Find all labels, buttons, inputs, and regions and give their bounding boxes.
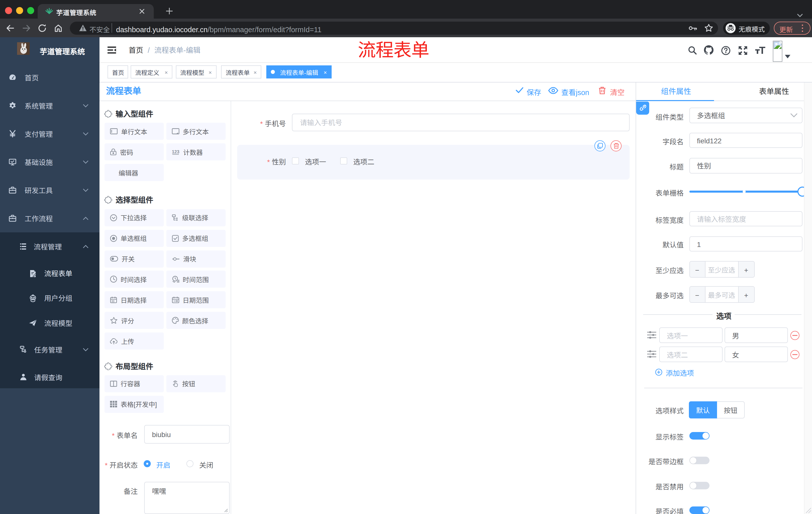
svg-text:123: 123 [172,149,179,155]
